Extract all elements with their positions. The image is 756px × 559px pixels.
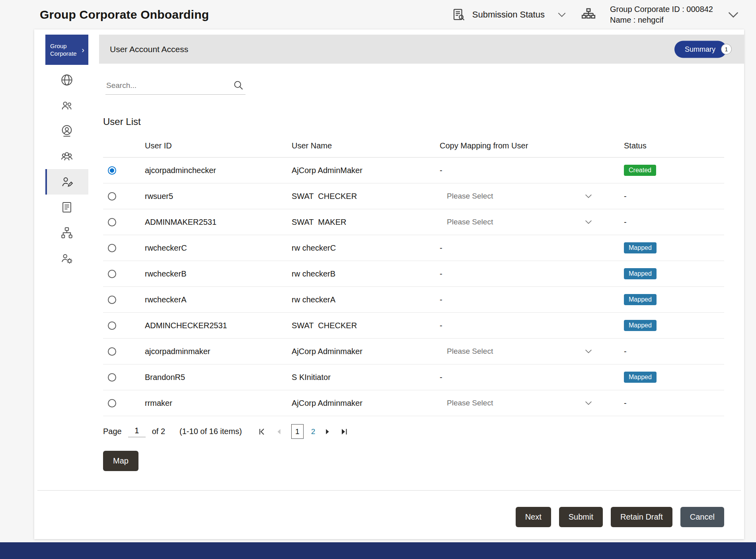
page-of-label: of 2 [152,427,165,436]
hierarchy-icon[interactable] [581,7,596,23]
copy-mapping-select[interactable]: Please Select [447,399,593,407]
submission-status-dropdown[interactable]: Submission Status [452,8,567,22]
corporate-id: Group Corporate ID : 000842 [610,4,713,15]
previous-page-icon [275,427,284,436]
chevron-down-icon[interactable] [727,8,740,21]
sidebar-item-user-management[interactable] [45,245,88,271]
next-page-button[interactable] [323,427,331,436]
row-radio-button[interactable] [108,321,116,330]
status-badge: Mapped [624,242,657,253]
radio-cell [103,321,145,330]
top-header: Group Corporate Onboarding Submission St… [0,0,756,29]
status-badge: Mapped [624,268,657,279]
chevron-down-icon [557,10,567,20]
status-value: - [624,347,627,356]
column-header-status: Status [624,141,724,150]
row-radio-button[interactable] [108,192,116,201]
sidebar-item-user-account-access[interactable] [45,169,88,195]
status-cell: - [624,399,724,408]
status-cell: Mapped [624,268,724,279]
row-radio-button[interactable] [108,270,116,278]
group-corporate-label: Group Corporate [50,42,82,58]
status-cell: Mapped [624,372,724,383]
user-name-cell: AjCorp Adminmaker [292,399,440,408]
pagination-controls: 1 2 [258,424,349,439]
action-buttons: Next Submit Retain Draft Cancel [516,507,724,527]
copy-mapping-cell: - [440,373,624,382]
copy-mapping-select[interactable]: Please Select [447,347,593,356]
user-id-cell: rwcheckerA [145,295,292,304]
page-2-button[interactable]: 2 [311,427,316,436]
page-label: Page [103,427,122,436]
search-input[interactable] [105,76,246,94]
row-radio-button[interactable] [108,244,116,252]
sidebar-item-party-details[interactable] [45,67,88,93]
footer-bar [0,542,756,559]
sidebar-item-report-mapping[interactable] [45,195,88,220]
map-button[interactable]: Map [103,451,138,471]
first-page-icon [258,427,267,436]
submission-status-label: Submission Status [472,10,545,20]
retain-draft-button[interactable]: Retain Draft [611,507,672,527]
table-row: rwsuer5SWAT CHECKERPlease Select- [103,183,724,209]
group-corporate-menu[interactable]: Group Corporate › [45,35,88,65]
row-radio-button[interactable] [108,218,116,226]
search-icon[interactable] [233,80,244,91]
user-name-cell: AjCorp AdminMaker [292,166,440,175]
status-cell: - [624,347,724,356]
row-radio-button[interactable] [108,166,116,175]
row-radio-button[interactable] [108,373,116,382]
copy-mapping-value: - [440,269,442,278]
user-id-cell: rrmaker [145,399,292,408]
user-profile-icon [60,124,74,138]
previous-page-button[interactable] [275,427,284,436]
submit-button[interactable]: Submit [559,507,603,527]
page-number-input[interactable] [128,426,146,437]
page-1-button[interactable]: 1 [291,424,304,439]
chevron-right-icon: › [82,45,84,55]
radio-cell [103,296,145,304]
row-radio-button[interactable] [108,296,116,304]
row-radio-button[interactable] [108,347,116,356]
corporate-info: Group Corporate ID : 000842 Name : nehgc… [610,4,713,25]
copy-mapping-select[interactable]: Please Select [447,218,593,226]
sidebar: Group Corporate › [34,29,99,539]
column-header-user-id: User ID [145,141,292,150]
table-row: ajcorpadminmakerAjCorp AdminmakerPlease … [103,339,724,364]
status-badge: Mapped [624,294,657,305]
column-header-user-name: User Name [292,141,440,150]
chevron-down-icon [584,347,593,356]
radio-cell [103,270,145,278]
first-page-button[interactable] [258,427,267,436]
summary-count-badge: 1 [721,44,732,55]
sidebar-item-workflow[interactable] [45,220,88,245]
copy-mapping-select[interactable]: Please Select [447,192,593,201]
last-page-button[interactable] [339,427,349,436]
table-row: BrandonR5S KInitiator-Mapped [103,364,724,390]
column-header-copy-mapping: Copy Mapping from User [440,141,624,150]
row-radio-button[interactable] [108,399,116,407]
user-id-cell: BrandonR5 [145,373,292,382]
copy-mapping-placeholder: Please Select [447,192,493,201]
user-id-cell: rwcheckerC [145,243,292,253]
sidebar-item-user-group[interactable] [45,144,88,169]
copy-mapping-placeholder: Please Select [447,347,493,356]
sidebar-item-party-account-access[interactable] [45,93,88,118]
page-range-label: (1-10 of 16 items) [179,427,242,436]
chevron-down-icon [584,192,593,201]
sidebar-item-user-profile[interactable] [45,118,88,144]
summary-button[interactable]: Summary 1 [674,41,727,58]
user-name-cell: SWAT CHECKER [292,192,440,201]
radio-cell [103,166,145,175]
status-value: - [624,192,627,201]
cancel-button[interactable]: Cancel [680,507,724,527]
user-list-rows: ajcorpadmincheckerAjCorp AdminMaker-Crea… [103,158,724,416]
user-id-cell: ajcorpadminmaker [145,347,292,356]
copy-mapping-cell: Please Select [440,399,624,407]
copy-mapping-cell: Please Select [440,192,624,201]
radio-cell [103,244,145,252]
panel-title: User Account Access [110,45,188,54]
chevron-down-icon [584,218,593,226]
next-button[interactable]: Next [516,507,551,527]
search-field [105,76,246,95]
